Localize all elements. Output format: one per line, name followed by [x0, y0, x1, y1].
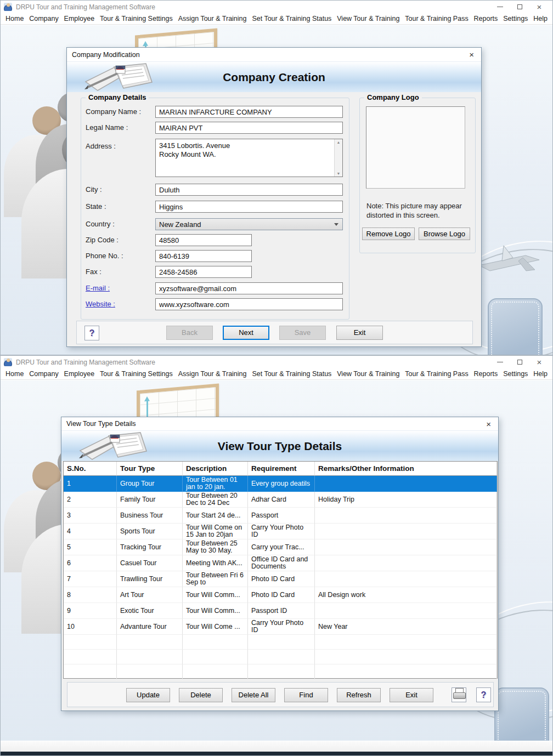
cell-description[interactable]: Tour Between 01 jan to 20 jan.	[183, 476, 248, 492]
cell-description[interactable]: Tour Will Comm...	[183, 587, 248, 603]
cell-requirement[interactable]: Carry Your Photo ID	[248, 619, 315, 635]
cell-description[interactable]: Tour Between Fri 6 Sep to	[183, 571, 248, 587]
dialog-close-button[interactable]: ×	[484, 419, 493, 429]
cell-tour-type[interactable]: Sports Tour	[117, 524, 183, 539]
cell-remarks[interactable]	[315, 476, 497, 492]
menu-assign-tour-training[interactable]: Assign Tour & Training	[178, 15, 247, 22]
header-sno[interactable]: S.No.	[64, 462, 117, 476]
header-remarks[interactable]: Remarks/Other Information	[315, 462, 497, 476]
menu-company[interactable]: Company	[29, 370, 59, 378]
maximize-button[interactable]	[510, 1, 529, 13]
minimize-button[interactable]	[490, 1, 510, 13]
menu-help[interactable]: Help	[533, 15, 548, 22]
legal-name-input[interactable]	[155, 122, 343, 134]
cell-remarks[interactable]: New Year	[315, 619, 497, 635]
cell-remarks[interactable]	[315, 603, 497, 619]
menu-tour-training-settings[interactable]: Tour & Training Settings	[100, 370, 173, 378]
cell-requirement[interactable]: Carry your Trac...	[248, 539, 315, 555]
browse-logo-button[interactable]: Browse Logo	[419, 228, 470, 240]
cell-sno[interactable]: 2	[64, 492, 117, 508]
cell-tour-type[interactable]: Family Tour	[117, 492, 183, 508]
cell-remarks[interactable]	[315, 508, 497, 524]
update-button[interactable]: Update	[126, 688, 170, 702]
cell-description[interactable]: Tour Will Come ...	[183, 619, 248, 635]
cell-tour-type[interactable]: Casuel Tour	[117, 555, 183, 571]
cell-sno[interactable]: 4	[64, 524, 117, 539]
menu-home[interactable]: Home	[5, 370, 24, 378]
company-name-input[interactable]	[155, 106, 343, 118]
cell-sno[interactable]: 10	[64, 619, 117, 635]
cell-remarks[interactable]	[315, 555, 497, 571]
dialog-close-button[interactable]: ×	[467, 50, 476, 59]
cell-remarks[interactable]	[315, 539, 497, 555]
website-label-link[interactable]: Website :	[86, 300, 115, 308]
menu-set-tour-training-status[interactable]: Set Tour & Training Status	[252, 370, 331, 378]
exit-button[interactable]: Exit	[336, 326, 383, 340]
header-description[interactable]: Description	[183, 462, 248, 476]
zip-input[interactable]	[155, 234, 252, 246]
phone-input[interactable]	[155, 250, 252, 262]
print-button[interactable]	[452, 687, 466, 702]
cell-sno[interactable]: 3	[64, 508, 117, 524]
cell-description[interactable]: Tour Start 24 de...	[183, 508, 248, 524]
cell-description[interactable]: Tour Between 25 May to 30 May.	[183, 539, 248, 555]
close-button[interactable]: ×	[529, 1, 549, 13]
email-label-link[interactable]: E-mail :	[86, 284, 110, 292]
menu-settings[interactable]: Settings	[503, 15, 528, 22]
cell-requirement[interactable]: Office ID Card and Documents	[248, 555, 315, 571]
cell-tour-type[interactable]: Advanture Tour	[117, 619, 183, 635]
cell-remarks[interactable]: Holiday Trip	[315, 492, 497, 508]
cell-requirement[interactable]: Passport	[248, 508, 315, 524]
scroll-down-icon[interactable]: ▼	[337, 172, 341, 175]
cell-remarks[interactable]: All Design work	[315, 587, 497, 603]
menu-tour-training-settings[interactable]: Tour & Training Settings	[100, 15, 173, 22]
find-button[interactable]: Find	[284, 688, 328, 702]
cell-sno[interactable]: 1	[64, 476, 117, 492]
exit-button[interactable]: Exit	[390, 688, 433, 702]
cell-tour-type[interactable]: Business Tour	[117, 508, 183, 524]
delete-all-button[interactable]: Delete All	[232, 688, 275, 702]
cell-sno[interactable]: 9	[64, 603, 117, 619]
menu-tour-training-pass[interactable]: Tour & Training Pass	[405, 15, 468, 22]
close-button[interactable]: ×	[529, 356, 549, 368]
delete-button[interactable]: Delete	[179, 688, 223, 702]
menu-home[interactable]: Home	[5, 15, 24, 22]
menu-view-tour-training[interactable]: View Tour & Training	[337, 15, 399, 22]
cell-requirement[interactable]: Photo ID Card	[248, 571, 315, 587]
cell-description[interactable]: Meeting With AK...	[183, 555, 248, 571]
menu-employee[interactable]: Employee	[64, 15, 95, 22]
website-input[interactable]	[155, 298, 343, 310]
cell-sno[interactable]: 5	[64, 539, 117, 555]
remove-logo-button[interactable]: Remove Logo	[362, 228, 415, 240]
menu-settings[interactable]: Settings	[503, 370, 528, 378]
cell-tour-type[interactable]: Art Tour	[117, 587, 183, 603]
cell-requirement[interactable]: Passport ID	[248, 603, 315, 619]
city-input[interactable]	[155, 184, 343, 196]
minimize-button[interactable]	[490, 356, 510, 368]
state-input[interactable]	[155, 201, 343, 213]
next-button[interactable]: Next	[223, 326, 269, 340]
refresh-button[interactable]: Refresh	[337, 688, 381, 702]
menu-view-tour-training[interactable]: View Tour & Training	[337, 370, 399, 378]
menu-reports[interactable]: Reports	[474, 15, 498, 22]
help-button[interactable]: ?	[84, 326, 99, 340]
cell-sno[interactable]: 6	[64, 555, 117, 571]
country-select[interactable]: New Zealand	[155, 218, 343, 230]
menu-tour-training-pass[interactable]: Tour & Training Pass	[405, 370, 468, 378]
menu-assign-tour-training[interactable]: Assign Tour & Training	[178, 370, 247, 378]
cell-description[interactable]: Tour Will Comm...	[183, 603, 248, 619]
help-button[interactable]: ?	[476, 687, 491, 702]
cell-tour-type[interactable]: Trawlling Tour	[117, 571, 183, 587]
cell-requirement[interactable]: Every group deatils	[248, 476, 315, 492]
cell-description[interactable]: Tour Between 20 Dec to 24 Dec	[183, 492, 248, 508]
cell-requirement[interactable]: Carry Your Photo ID	[248, 524, 315, 539]
cell-tour-type[interactable]: Group Tour	[117, 476, 183, 492]
header-tour-type[interactable]: Tour Type	[117, 462, 183, 476]
header-requirement[interactable]: Requirement	[248, 462, 315, 476]
menu-reports[interactable]: Reports	[474, 370, 498, 378]
cell-sno[interactable]: 7	[64, 571, 117, 587]
menu-help[interactable]: Help	[533, 370, 548, 378]
scroll-up-icon[interactable]: ▲	[337, 140, 341, 144]
maximize-button[interactable]	[510, 356, 529, 368]
menu-set-tour-training-status[interactable]: Set Tour & Training Status	[252, 15, 331, 22]
